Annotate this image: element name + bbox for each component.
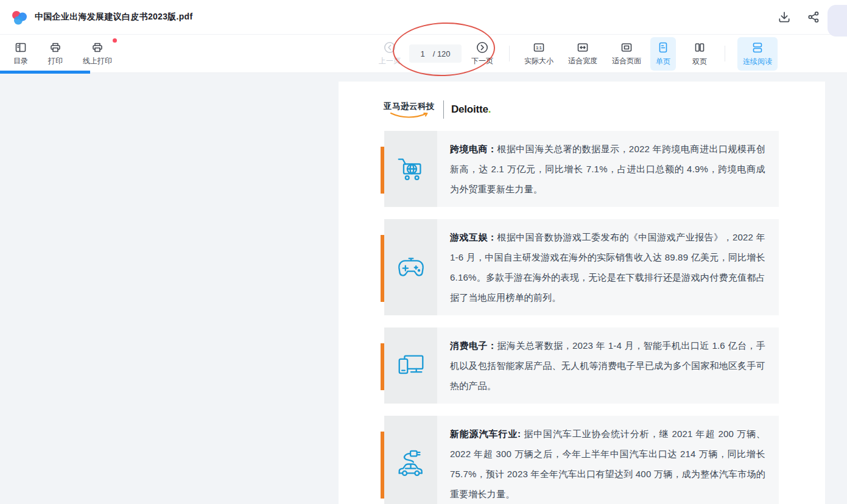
document-filename: 中国企业出海发展建议白皮书2023版.pdf — [35, 12, 192, 23]
fit-page-icon — [620, 41, 633, 54]
deloitte-green-dot: . — [488, 103, 491, 115]
total-pages: / 120 — [433, 49, 451, 58]
pdf-page: 亚马逊云科技 Deloitte. — [339, 82, 825, 504]
chevron-right-circle-icon — [476, 41, 488, 54]
toolbar-divider — [509, 46, 510, 61]
ev-car-icon — [384, 416, 437, 504]
printer-icon — [49, 41, 62, 54]
section-new-energy-vehicles: 新能源汽车行业: 据中国汽车工业协会统计分析，继 2021 年超 200 万辆、… — [381, 416, 779, 504]
section-text: 跨境电商：根据中国海关总署的数据显示，2022 年跨境电商进出口规模再创新高，达… — [437, 131, 779, 207]
shopping-cart-globe-icon — [384, 131, 437, 207]
current-page: 1 — [420, 49, 424, 58]
toc-button[interactable]: 目录 — [13, 41, 28, 66]
continuous-reading-button[interactable]: 连续阅读 — [737, 37, 778, 71]
document-scroll-area[interactable]: 亚马逊云科技 Deloitte. — [0, 73, 847, 504]
download-button[interactable] — [778, 10, 791, 24]
scroll-progress-bar — [0, 71, 90, 74]
logo-divider — [443, 100, 444, 119]
section-gaming: 游戏互娱：根据中国音数协游戏工委发布的《中国游戏产业报告》，2022 年 1-6… — [381, 219, 779, 315]
page-logos: 亚马逊云科技 Deloitte. — [384, 99, 825, 120]
double-page-button[interactable]: 双页 — [687, 37, 712, 71]
single-page-button[interactable]: 单页 — [650, 37, 676, 71]
online-printer-icon — [91, 41, 104, 54]
notification-badge — [113, 38, 117, 43]
fit-page-button[interactable]: 适合页面 — [611, 41, 642, 66]
single-page-icon — [657, 41, 669, 54]
section-consumer-electronics: 消费电子：据海关总署数据，2023 年 1-4 月，智能手机出口近 1.6 亿台… — [381, 327, 779, 404]
download-icon — [778, 10, 791, 24]
share-button[interactable] — [807, 10, 820, 24]
aws-logo: 亚马逊云科技 — [384, 101, 435, 118]
app-logo-icon — [11, 10, 27, 25]
toc-icon — [15, 41, 27, 54]
svg-text:1:1: 1:1 — [536, 45, 542, 49]
viewer-toolbar: 目录 打印 线上打印 — [0, 35, 847, 73]
fit-width-icon — [577, 41, 589, 54]
section-text: 新能源汽车行业: 据中国汽车工业协会统计分析，继 2021 年超 200 万辆、… — [437, 416, 779, 504]
floating-widget[interactable] — [828, 5, 847, 37]
industry-sections: 跨境电商：根据中国海关总署的数据显示，2022 年跨境电商进出口规模再创新高，达… — [381, 131, 779, 504]
print-button[interactable]: 打印 — [48, 41, 63, 66]
app-header: 中国企业出海发展建议白皮书2023版.pdf — [0, 0, 847, 35]
aws-smile-icon — [390, 112, 429, 118]
double-page-icon — [694, 41, 706, 54]
actual-size-button[interactable]: 1:1 实际大小 — [523, 41, 555, 66]
consumer-electronics-icon — [384, 327, 437, 404]
share-icon — [807, 10, 820, 24]
next-page-button[interactable]: 下一页 — [469, 41, 496, 66]
section-text: 游戏互娱：根据中国音数协游戏工委发布的《中国游戏产业报告》，2022 年 1-6… — [437, 219, 779, 315]
online-print-button[interactable]: 线上打印 — [83, 41, 112, 66]
deloitte-logo: Deloitte. — [451, 103, 491, 116]
gamepad-icon — [384, 219, 437, 315]
section-text: 消费电子：据海关总署数据，2023 年 1-4 月，智能手机出口近 1.6 亿台… — [437, 327, 779, 404]
fit-width-button[interactable]: 适合宽度 — [567, 41, 599, 66]
continuous-reading-icon — [751, 41, 764, 54]
chevron-left-circle-icon — [384, 41, 396, 54]
toolbar-divider — [725, 46, 725, 61]
actual-size-icon: 1:1 — [533, 41, 545, 54]
section-cross-border-ecommerce: 跨境电商：根据中国海关总署的数据显示，2022 年跨境电商进出口规模再创新高，达… — [381, 131, 779, 207]
page-number-input[interactable]: 1 / 120 — [409, 44, 462, 63]
prev-page-button[interactable]: 上一页 — [376, 41, 403, 66]
